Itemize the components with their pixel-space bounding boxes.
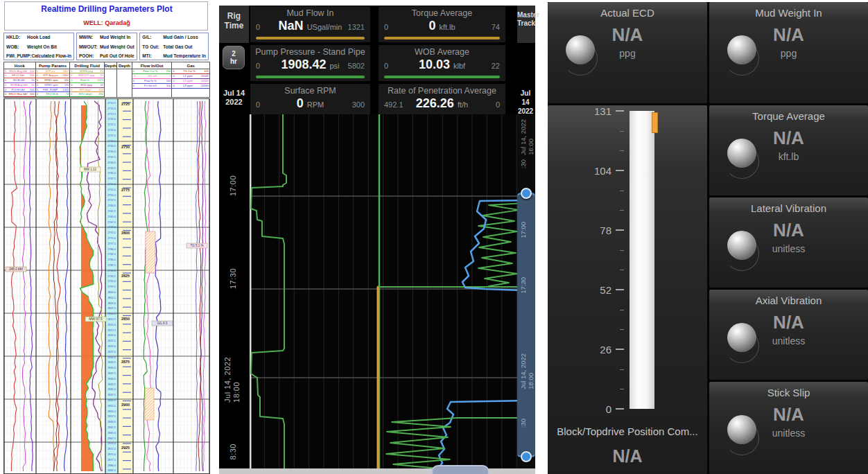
scale-min: 0: [37, 73, 38, 78]
time-axis-text: 18:00: [232, 357, 241, 403]
card-title: Mud Weight In: [709, 7, 868, 19]
gauge-value: 226.26 ft/h: [379, 96, 505, 111]
scale-max: 74: [66, 92, 69, 96]
card-title: Stick Slip: [709, 387, 868, 398]
card-actual-ecd[interactable]: Actual ECD N/A ppg: [548, 2, 707, 103]
bottom-pill-button[interactable]: [431, 465, 489, 474]
depth-major-value: 2875: [121, 360, 130, 364]
block-position-gauge[interactable]: Block/Topdrive Position Com... N/A 13110…: [548, 105, 707, 474]
gauge-title: Pump Pressure - Stand Pipe: [250, 47, 370, 57]
scale-label: SPP Avg psi: [43, 73, 58, 78]
scale-label: Flow In %: [144, 79, 157, 83]
scale-row: -5G/L m35: [132, 74, 172, 79]
time-axis-label: Jul 14, 202218:00: [223, 357, 241, 403]
gauge-tick-minor: [620, 150, 624, 151]
depth-value: 2882.5: [107, 469, 116, 472]
gauge-wob-average[interactable]: WOB Average02210.03 klbf: [378, 44, 506, 82]
scale-row: 0MTI degC150: [70, 88, 104, 93]
time-interval-button[interactable]: 2 hr: [223, 46, 245, 69]
scale-max: 500: [30, 88, 35, 92]
scale-column-depth: Depth: [105, 62, 117, 97]
gauge-tick-major: [616, 229, 624, 231]
scale-max: 10000: [201, 74, 209, 78]
depth-value: 2712.5: [107, 102, 116, 105]
time-axis-label: 8:30: [229, 444, 237, 459]
card-axial-vibration[interactable]: Axial Vibration N/A unitless: [709, 290, 868, 380]
depth-value: 2850.0: [107, 399, 116, 402]
scale-label: SPP psi: [46, 69, 55, 73]
scale-row: 0C1 ppm10000: [172, 74, 209, 79]
scale-label: SPM2 spm: [44, 83, 58, 87]
scale-min: 0: [71, 83, 72, 87]
card-lateral-vibration[interactable]: Lateral Vibration N/A unitless: [709, 198, 868, 288]
depth-value: 2755.0: [107, 194, 116, 197]
scale-label: C3 ppm: [183, 84, 193, 88]
scale-row: 0ECD ppg22: [70, 83, 104, 88]
rig-time-panel: Rig Time Master Track 2 hr Jul 14 2022 J…: [219, 6, 535, 474]
scale-max: 500: [30, 92, 35, 96]
scale-min: 0: [5, 92, 6, 96]
scale-label: ECD ppg: [80, 83, 92, 87]
card-mud-weight-in[interactable]: Mud Weight In N/A ppg: [709, 2, 868, 103]
legend-row: MWIN:Mud Weight In: [79, 35, 134, 40]
master-track-time-text: :30: [519, 159, 527, 168]
depth-value: 2872.5: [107, 448, 116, 450]
status-sphere-icon: [727, 231, 756, 260]
depth-value: 2762.5: [107, 210, 116, 213]
depth-value: 2832.5: [107, 361, 116, 364]
scale-max: 500: [30, 73, 35, 78]
card-stick-slip[interactable]: Stick Slip N/A unitless: [709, 382, 868, 474]
depth-value: 2722.5: [107, 123, 116, 126]
scale-label: WOB klbf: [13, 78, 25, 82]
scale-row: 0WOB klbf50: [4, 78, 35, 83]
depth-value: 2795.0: [107, 280, 116, 283]
selection-handle-top[interactable]: [521, 188, 532, 199]
gauge-torque-average[interactable]: Torque Average0740 kft.lb: [378, 6, 506, 43]
time-axis-text: 17:00: [229, 175, 237, 196]
scale-column-hook: Hook0HKLD Avg klbf5000HKLD klbf5000WOB k…: [4, 62, 36, 97]
scale-label: HKLD Avg klbf: [9, 69, 27, 73]
legend-row: TG Out:Total Gas Out: [142, 44, 206, 49]
legend-row: MWOUT:Mud Weight Out: [79, 44, 134, 49]
time-strip-chart[interactable]: [250, 114, 517, 474]
legend-value: Calculated Flow-in: [31, 53, 71, 58]
well-log-chart: 2712.52715.02717.52720.02722.52725.02727…: [3, 98, 210, 474]
parameter-cards-panel: Actual ECD N/A ppg Mud Weight In N/A ppg…: [548, 2, 868, 474]
gauge-tick-major: [616, 110, 624, 112]
scale-label: TG Out %: [183, 69, 196, 73]
depth-value: 2877.5: [107, 459, 116, 462]
card-torque-average[interactable]: Torque Average N/A kft.lb: [709, 105, 868, 195]
gauge-tick-label: 131: [581, 105, 611, 117]
scale-max: 22: [101, 83, 103, 87]
gauge-unit: RPM: [307, 100, 324, 109]
depth-value: 2830.0: [107, 356, 116, 359]
legend-key: POOH:: [79, 53, 100, 58]
scale-min: 0: [5, 88, 6, 92]
scale-row: 0C2 ppm10000: [172, 79, 209, 84]
gauge-unit: ft/h: [458, 100, 468, 109]
legend-value: Mud Weight In: [100, 35, 130, 40]
gauge-tick-major: [616, 349, 624, 350]
time-axis-label: 17:00: [229, 175, 237, 196]
scale-label: POOH klbf: [12, 88, 25, 92]
scale-row: 0Flow Out %100: [132, 69, 172, 74]
scale-label: HKLD klbf: [12, 73, 24, 78]
curve-legend: HKLD:Hook LoadWOB:Weight On BitFWI_PUMP:…: [3, 33, 209, 60]
selection-handle-bottom[interactable]: [521, 451, 532, 462]
legend-key: FWI_PUMP:: [6, 53, 31, 58]
scale-label: FWI_PUMP: [43, 88, 58, 92]
scale-row: 0POOH klbf500: [4, 88, 35, 93]
depth-value: 2760.0: [107, 204, 116, 207]
depth-value: 2817.5: [107, 329, 116, 332]
depth-major-value: 2850: [121, 317, 130, 321]
gauge-mud-flow-in[interactable]: Mud Flow In01321NaN USgal/min: [250, 6, 371, 43]
status-sphere-icon: [727, 35, 756, 64]
gauge-pump-pressure-stand-pipe[interactable]: Pump Pressure - Stand Pipe058021908.42 p…: [250, 44, 371, 82]
master-track-strip[interactable]: Jul 14, 202216:00:3017:0017:30Jul 14, 20…: [517, 114, 535, 474]
scale-row: 0Flow In1321: [70, 78, 104, 83]
curve-label-text: 245.1 klbf: [9, 267, 23, 271]
depth-value: 2730.0: [107, 140, 116, 143]
scale-max: 120: [64, 83, 69, 87]
scale-row: 0TRQ kft.lb74: [36, 92, 70, 97]
scale-label: C2 ppm: [183, 79, 193, 83]
